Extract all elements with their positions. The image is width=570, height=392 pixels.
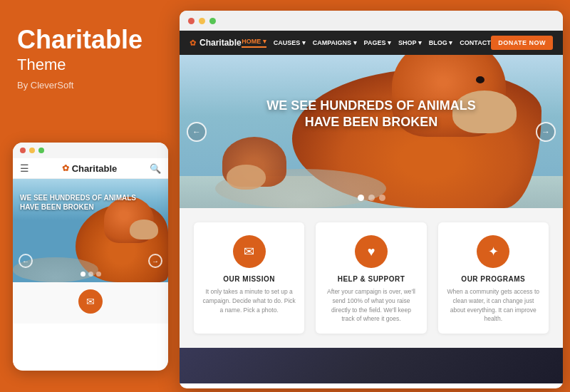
mobile-hero: WE SEE HUNDREDS OF ANIMALS HAVE BEEN BRO… [13, 179, 168, 282]
programs-title: OUR PROGRAMS [447, 275, 540, 283]
mobile-dot-red [20, 148, 26, 153]
desktop-dot-red [188, 18, 195, 24]
slider-dot-1[interactable] [81, 272, 86, 277]
feature-card-programs: ✦ OUR PROGRAMS When a community gets acc… [438, 222, 549, 334]
desktop-dot-3[interactable] [379, 195, 385, 201]
mobile-dot-yellow [29, 148, 35, 153]
nav-link-blog[interactable]: BLOG ▾ [429, 39, 453, 46]
fox-secondary-snout [227, 165, 266, 190]
desktop-nav: ✿ Charitable HOME ▾ CAUSES ▾ CAMPAIGNS ▾… [180, 31, 563, 55]
desktop-dot-yellow [199, 18, 205, 24]
search-icon[interactable]: 🔍 [150, 163, 161, 174]
nav-link-contact[interactable]: CONTACT [460, 39, 490, 46]
mobile-next-arrow[interactable]: → [148, 254, 162, 268]
dark-section-bg [180, 348, 563, 383]
nav-link-home[interactable]: HOME ▾ [242, 38, 266, 48]
slider-dot-2[interactable] [88, 272, 93, 277]
hamburger-icon[interactable]: ☰ [20, 163, 29, 174]
mobile-top-bar [13, 143, 168, 158]
mission-icon: ✉ [233, 235, 266, 268]
fox-snout-mobile [130, 220, 158, 239]
nav-link-shop[interactable]: SHOP ▾ [398, 39, 422, 46]
app-title: Charitable [17, 26, 160, 54]
mobile-logo: ✿ Charitable [62, 163, 118, 174]
donate-button[interactable]: DONATE NOW [491, 36, 553, 50]
desktop-hero-arrows: ← → [180, 122, 563, 142]
mobile-logo-icon: ✿ [62, 163, 69, 173]
hero-line1: WE SEE HUNDREDS OF ANIMALS [180, 98, 563, 114]
mission-desc: It only takes a minute to set up a campa… [202, 287, 296, 314]
support-icon: ♥ [355, 235, 388, 268]
mission-title: OUR MISSION [202, 275, 296, 283]
desktop-dark-section [180, 348, 563, 383]
nav-link-pages[interactable]: PAGES ▾ [364, 39, 391, 46]
mobile-mockup: ☰ ✿ Charitable 🔍 WE SEE HUNDREDS OF ANIM… [13, 143, 168, 371]
mobile-prev-arrow[interactable]: ← [19, 254, 33, 268]
programs-desc: When a community gets access to clean wa… [447, 287, 540, 324]
nav-link-causes[interactable]: CAUSES ▾ [274, 39, 306, 46]
mobile-logo-text: Charitable [72, 163, 118, 174]
desktop-slider-dots [180, 195, 563, 201]
mobile-hero-arrows: ← → [13, 254, 168, 268]
mobile-slider-dots [13, 272, 168, 277]
desktop-next-arrow[interactable]: → [536, 122, 556, 142]
mobile-mission-icon: ✉ [78, 289, 103, 314]
fox-eye [476, 76, 484, 83]
mobile-features: ✉ [13, 282, 168, 324]
desktop-nav-links: HOME ▾ CAUSES ▾ CAMPAIGNS ▾ PAGES ▾ SHOP… [242, 38, 490, 48]
left-panel: Charitable Theme By CleverSoft ☰ ✿ Chari… [0, 0, 177, 392]
nav-link-campaigns[interactable]: CAMPAIGNS ▾ [313, 39, 357, 46]
mobile-hero-line1: WE SEE HUNDREDS OF ANIMALS [20, 193, 136, 202]
app-author: By CleverSoft [17, 80, 160, 91]
mobile-dot-green [38, 148, 44, 153]
desktop-dot-green [209, 18, 216, 24]
feature-card-support: ♥ HELP & SUPPORT After your campaign is … [316, 222, 426, 334]
support-desc: After your campaign is over, we'll send … [324, 287, 418, 324]
desktop-dot-1[interactable] [358, 195, 364, 201]
mobile-nav: ☰ ✿ Charitable 🔍 [13, 158, 168, 179]
desktop-logo-icon: ✿ [190, 38, 196, 48]
desktop-mockup: ✿ Charitable HOME ▾ CAUSES ▾ CAMPAIGNS ▾… [180, 11, 563, 388]
desktop-prev-arrow[interactable]: ← [187, 122, 207, 142]
desktop-logo-text: Charitable [200, 38, 242, 48]
desktop-features-section: ✉ OUR MISSION It only takes a minute to … [180, 208, 563, 348]
mobile-mission: ✉ [19, 289, 162, 316]
app-subtitle: Theme [17, 56, 160, 74]
mobile-hero-text: WE SEE HUNDREDS OF ANIMALS HAVE BEEN BRO… [20, 193, 136, 212]
support-title: HELP & SUPPORT [324, 275, 418, 283]
desktop-top-bar [180, 11, 563, 31]
desktop-hero: WE SEE HUNDREDS OF ANIMALS HAVE BEEN BRO… [180, 55, 563, 208]
desktop-logo: ✿ Charitable [190, 38, 242, 48]
mobile-hero-line2: HAVE BEEN BROKEN [20, 202, 136, 212]
desktop-dot-2[interactable] [368, 195, 375, 201]
slider-dot-3[interactable] [96, 272, 101, 277]
programs-icon: ✦ [477, 235, 509, 268]
feature-card-mission: ✉ OUR MISSION It only takes a minute to … [194, 222, 304, 334]
